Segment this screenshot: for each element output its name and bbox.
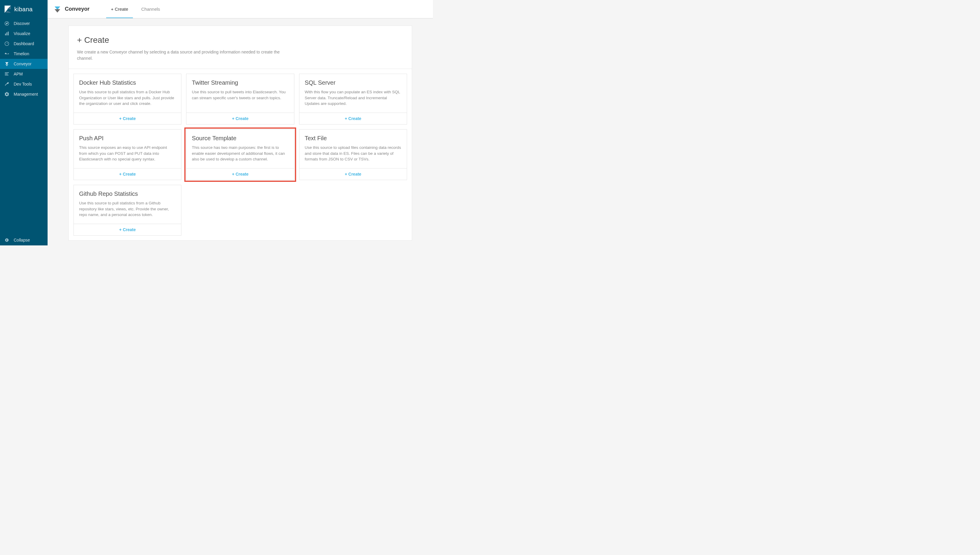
kibana-sidebar: kibana Discover Visualize Dashboard Time… [0,0,48,245]
app-brand: Conveyor [53,5,90,14]
page-title: + Create [77,35,404,45]
sidebar-item-label: Timelion [14,51,29,56]
page-description: We create a new Conveyor channel by sele… [77,49,291,61]
card-title: Text File [305,135,401,142]
sidebar-item-label: Management [14,92,38,96]
card-title: Twitter Streaming [192,79,288,86]
card-title: SQL Server [305,79,401,86]
sidebar-item-conveyor[interactable]: Conveyor [0,59,48,69]
tab-channels[interactable]: Channels [135,0,166,18]
svg-rect-8 [5,75,8,75]
stack-icon [4,71,10,77]
create-button[interactable]: + Create [345,116,362,121]
kibana-logo-icon [3,5,12,13]
gear-icon [4,91,10,97]
card-body: Text FileUse this source to upload files… [299,130,407,168]
svg-rect-4 [8,32,9,35]
wrench-icon [4,82,10,87]
sidebar-item-timelion[interactable]: Timelion [0,49,48,59]
gauge-icon [4,41,10,47]
conveyor-icon [4,61,10,67]
sidebar-item-label: Conveyor [14,61,32,66]
page-panel: + Create We create a new Conveyor channe… [68,26,412,241]
card-title: Docker Hub Statistics [79,79,176,86]
kibana-brand-name: kibana [14,6,33,13]
sidebar-item-label: Dev Tools [14,82,32,87]
card-description: With this flow you can populate an ES in… [305,89,401,107]
app-title: Conveyor [65,6,90,12]
card-description: This source exposes an easy to use API e… [79,145,176,162]
tab-label: + Create [111,6,128,11]
svg-rect-3 [6,32,7,35]
svg-rect-2 [5,34,6,35]
sidebar-item-dashboard[interactable]: Dashboard [0,38,48,49]
card-footer: + Create [187,112,294,124]
source-card: Github Repo StatisticsUse this source to… [74,185,181,236]
source-card: SQL ServerWith this flow you can populat… [299,74,407,125]
content-scroll[interactable]: + Create We create a new Conveyor channe… [48,18,433,245]
source-cards-grid: Docker Hub StatisticsUse this source to … [69,69,412,241]
card-footer: + Create [299,112,407,124]
source-card: Text FileUse this source to upload files… [299,129,407,180]
card-body: Twitter StreamingUse this source to pull… [187,74,294,112]
card-footer: + Create [187,168,294,180]
card-body: Docker Hub StatisticsUse this source to … [74,74,181,112]
kibana-brand[interactable]: kibana [0,0,48,18]
collapse-icon [4,237,10,243]
sidebar-item-label: APM [14,72,23,76]
create-button[interactable]: + Create [345,172,362,176]
tab-create[interactable]: + Create [105,0,135,18]
sidebar-item-visualize[interactable]: Visualize [0,29,48,38]
svg-marker-1 [6,22,7,24]
card-title: Source Template [192,135,288,142]
card-description: Use this source to pull tweets into Elas… [192,89,288,101]
conveyor-logo-icon [53,5,62,14]
sidebar-item-discover[interactable]: Discover [0,18,48,29]
card-title: Push API [79,135,176,142]
card-footer: + Create [74,168,181,180]
sidebar-nav: Discover Visualize Dashboard Timelion Co… [0,18,48,99]
sidebar-item-label: Discover [14,21,30,26]
source-card: Source TemplateThis source has two main … [186,129,294,180]
page-header: + Create We create a new Conveyor channe… [69,26,412,69]
card-body: Push APIThis source exposes an easy to u… [74,130,181,168]
create-button[interactable]: + Create [232,172,249,176]
collapse-label: Collapse [14,238,30,242]
card-footer: + Create [74,112,181,124]
source-card: Twitter StreamingUse this source to pull… [186,74,294,125]
timeline-icon [4,51,10,56]
bar-chart-icon [4,31,10,36]
sidebar-item-devtools[interactable]: Dev Tools [0,79,48,89]
tab-label: Channels [141,6,160,11]
card-body: Github Repo StatisticsUse this source to… [74,185,181,224]
svg-point-9 [5,238,9,242]
card-title: Github Repo Statistics [79,191,176,197]
sidebar-item-label: Visualize [14,31,31,36]
card-description: Use this source to pull statistics from … [79,89,176,107]
source-card: Push APIThis source exposes an easy to u… [74,129,181,180]
compass-icon [4,21,10,26]
svg-rect-7 [5,74,7,74]
top-tabs: + Create Channels [105,0,166,18]
card-body: Source TemplateThis source has two main … [187,130,294,168]
create-button[interactable]: + Create [119,116,136,121]
card-description: Use this source to pull statistics from … [79,200,176,218]
source-card: Docker Hub StatisticsUse this source to … [74,74,181,125]
create-button[interactable]: + Create [119,227,136,232]
sidebar-item-label: Dashboard [14,41,34,46]
topbar: Conveyor + Create Channels [48,0,433,18]
main-area: Conveyor + Create Channels + Create We c… [48,0,433,245]
sidebar-item-management[interactable]: Management [0,89,48,99]
svg-rect-6 [5,72,9,73]
card-footer: + Create [299,168,407,180]
card-description: This source has two main purposes: the f… [192,145,288,162]
create-button[interactable]: + Create [119,172,136,176]
card-description: Use this source to upload files containi… [305,145,401,162]
sidebar-item-apm[interactable]: APM [0,69,48,79]
card-footer: + Create [74,224,181,235]
card-body: SQL ServerWith this flow you can populat… [299,74,407,112]
create-button[interactable]: + Create [232,116,249,121]
collapse-sidebar-button[interactable]: Collapse [0,235,48,245]
